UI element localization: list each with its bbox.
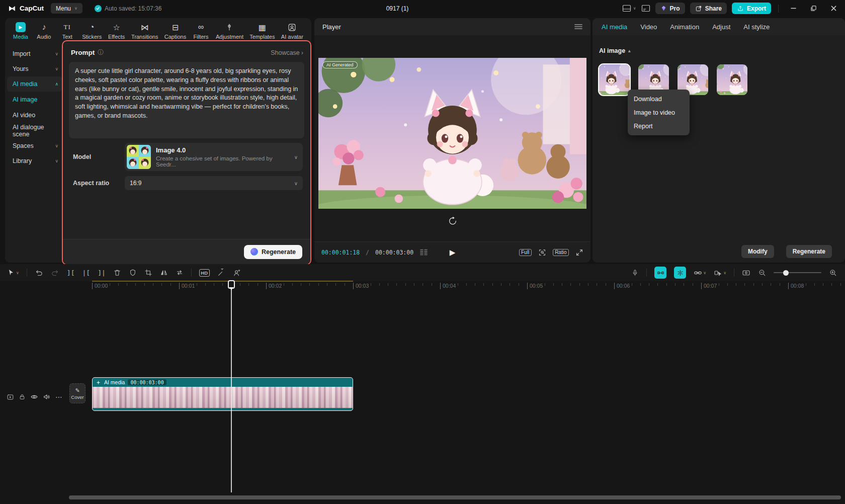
aspect-ratio-selector[interactable]: 16:9 ∨ [125, 176, 303, 190]
rotate-icon[interactable] [448, 216, 457, 226]
model-label: Model [63, 153, 125, 160]
delete-icon[interactable] [113, 269, 121, 277]
export-button[interactable]: Export [732, 3, 771, 14]
full-button[interactable]: Full [519, 249, 532, 256]
player-title: Player [322, 23, 341, 31]
tab-ai-media[interactable]: AI media [602, 23, 627, 31]
playhead-line[interactable] [231, 281, 232, 492]
ai-image-section-header[interactable]: AI image ▴ [599, 47, 631, 54]
preview-image: AI Generated [318, 58, 586, 209]
tab-video[interactable]: Video [640, 23, 657, 31]
lock-track-icon[interactable] [19, 393, 26, 400]
minimize-button[interactable] [786, 0, 801, 17]
tab-ai-avatar[interactable]: AI avatar [281, 22, 303, 40]
undo-icon[interactable] [35, 269, 43, 277]
horizontal-scrollbar[interactable] [69, 495, 841, 499]
hd-icon[interactable]: HD [199, 269, 210, 277]
tab-ai-stylize[interactable]: AI stylize [743, 23, 770, 31]
more-options-icon[interactable]: ⋯ [55, 393, 62, 401]
title-bar: CapCut Menu ∨ Auto saved: 15:07:36 0917 … [0, 0, 845, 17]
tab-media[interactable]: ▶ Media [12, 22, 29, 40]
sidebar-item-ai-dialogue-scene[interactable]: AI dialogue scene [5, 123, 64, 138]
media-library-panel: ▶ Media ♪ Audio TI Text ◔ Stickers ☆ Eff… [5, 18, 311, 263]
sidebar-item-library[interactable]: Library∨ [5, 153, 64, 169]
effects-icon: ☆ [113, 22, 120, 32]
menu-item-download[interactable]: Download [628, 92, 690, 106]
sidebar-item-ai-video[interactable]: AI video [5, 107, 64, 123]
captions-icon: ⊟ [172, 22, 179, 32]
properties-panel: AI media Video Animation Adjust AI styli… [593, 18, 845, 263]
tab-transitions[interactable]: ⋈ Transitions [131, 22, 158, 40]
frame-zoom-icon[interactable] [538, 248, 546, 257]
prompt-textarea[interactable]: A super cute little girl character, arou… [69, 62, 304, 138]
zoom-slider-knob[interactable] [783, 270, 789, 276]
split-icon[interactable]: ][ [67, 269, 75, 277]
tab-adjustment[interactable]: Adjustment [216, 22, 243, 40]
adjust-panel-button[interactable] [641, 5, 650, 12]
frames-queue-icon[interactable] [419, 249, 428, 256]
play-button[interactable]: ▶ [450, 248, 456, 257]
voiceover-mic-icon[interactable] [631, 269, 639, 277]
prompt-title: Prompt ⓘ [71, 48, 104, 57]
tab-effects[interactable]: ☆ Effects [108, 22, 125, 40]
tab-templates[interactable]: ▦ Templates [249, 22, 275, 40]
zoom-in-icon[interactable] [829, 269, 837, 277]
timeline-ruler[interactable]: 00:00 00:01 00:02 00:03 00:04 00:05 00:0… [63, 281, 845, 292]
sidebar-item-spaces[interactable]: Spaces∨ [5, 138, 64, 153]
magnetic-snap-icon[interactable] [654, 267, 666, 279]
tab-text[interactable]: TI Text [59, 22, 76, 40]
timeline-clip-ai-media[interactable]: AI media 00:00:03:00 [92, 377, 353, 411]
auto-cut-icon[interactable] [674, 267, 686, 279]
player-menu-icon[interactable] [574, 24, 582, 30]
tab-audio[interactable]: ♪ Audio [35, 22, 52, 40]
zoom-out-icon[interactable] [758, 269, 766, 277]
fullscreen-icon[interactable] [575, 248, 583, 257]
share-button[interactable]: Share [690, 3, 727, 14]
toggle-visibility-icon[interactable] [30, 393, 38, 401]
tab-stickers[interactable]: ◔ Stickers [82, 22, 102, 40]
pro-button[interactable]: Pro [655, 3, 685, 14]
mute-track-icon[interactable] [43, 393, 51, 401]
showcase-link[interactable]: Showcase › [271, 49, 303, 56]
delete-right-icon[interactable]: ]| [98, 269, 106, 277]
playhead-handle[interactable] [228, 280, 235, 289]
tab-filters[interactable]: ∞ Filters [193, 22, 210, 40]
menu-item-report[interactable]: Report [628, 119, 690, 133]
tab-adjust[interactable]: Adjust [712, 23, 730, 31]
chevron-down-icon: ∨ [74, 6, 77, 11]
sidebar-item-ai-media[interactable]: AI media∧ [7, 76, 62, 92]
magic-wand-icon[interactable] [217, 269, 225, 277]
mask-icon[interactable] [129, 269, 137, 277]
modify-button[interactable]: Modify [741, 245, 774, 258]
timeline-zoom-slider[interactable] [774, 272, 821, 273]
regenerate-button[interactable]: Regenerate [244, 245, 302, 259]
generated-image-1[interactable] [599, 64, 630, 95]
mirror-icon[interactable] [160, 269, 168, 277]
cover-button[interactable]: ✎ Cover [69, 383, 86, 403]
select-tool-icon[interactable]: ∨ [7, 269, 19, 277]
close-button[interactable] [826, 0, 841, 17]
ratio-button[interactable]: Ratio [553, 249, 569, 256]
divider [646, 269, 647, 277]
sidebar-item-yours[interactable]: Yours∨ [5, 61, 64, 76]
select-link-icon[interactable]: ∨ [714, 269, 726, 277]
menu-item-image-to-video[interactable]: Image to video [628, 106, 690, 119]
menu-button[interactable]: Menu ∨ [51, 3, 82, 14]
preview-frames-icon[interactable] [742, 269, 750, 277]
generated-image-4[interactable] [717, 64, 747, 95]
player-panel: Player AI Generated 00:00:01:18 / 00:00:… [314, 18, 590, 263]
sidebar-item-ai-image[interactable]: AI image [5, 92, 64, 107]
tab-animation[interactable]: Animation [670, 23, 699, 31]
replace-icon[interactable] [176, 269, 184, 277]
crop-icon[interactable] [144, 269, 152, 277]
regenerate-button-right[interactable]: Regenerate [786, 245, 832, 258]
maximize-button[interactable] [806, 0, 821, 17]
tab-captions[interactable]: ⊟ Captions [164, 22, 186, 40]
model-selector[interactable]: Image 4.0 Create a cohesive set of image… [125, 143, 303, 171]
delete-left-icon[interactable]: |[ [82, 269, 91, 277]
redo-icon[interactable] [51, 269, 59, 277]
layout-panels-button[interactable]: ∨ [622, 5, 636, 12]
ai-character-icon[interactable] [233, 269, 241, 277]
link-clips-icon[interactable]: ∨ [694, 269, 706, 277]
sidebar-item-import[interactable]: Import∨ [5, 46, 64, 61]
